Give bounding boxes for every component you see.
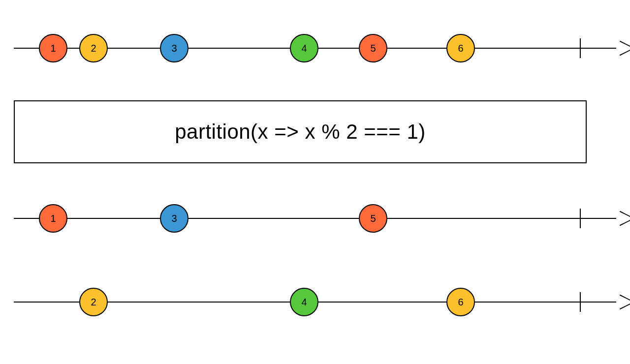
- marble: 2: [79, 288, 108, 316]
- operator-label: partition(x => x % 2 === 1): [175, 120, 426, 144]
- marble: 2: [79, 34, 108, 62]
- marble: 4: [290, 34, 318, 62]
- completion-tick: [580, 292, 581, 312]
- timeline-input: 123456: [14, 33, 616, 63]
- completion-tick: [580, 38, 581, 58]
- marble: 3: [160, 34, 189, 62]
- marble: 4: [290, 288, 318, 316]
- marble: 1: [39, 204, 67, 233]
- timeline-output-even: 246: [14, 287, 616, 317]
- marble: 5: [359, 204, 387, 233]
- operator-box: partition(x => x % 2 === 1): [14, 100, 587, 163]
- marble: 6: [446, 288, 475, 316]
- marble: 5: [359, 34, 387, 62]
- timeline-output-odd: 135: [14, 204, 616, 233]
- timeline-axis: [14, 218, 616, 219]
- marble: 1: [39, 34, 67, 62]
- marble-diagram: 123456 partition(x => x % 2 === 1) 135 2…: [0, 0, 630, 364]
- completion-tick: [580, 209, 581, 228]
- marble: 6: [446, 34, 475, 62]
- marble: 3: [160, 204, 189, 233]
